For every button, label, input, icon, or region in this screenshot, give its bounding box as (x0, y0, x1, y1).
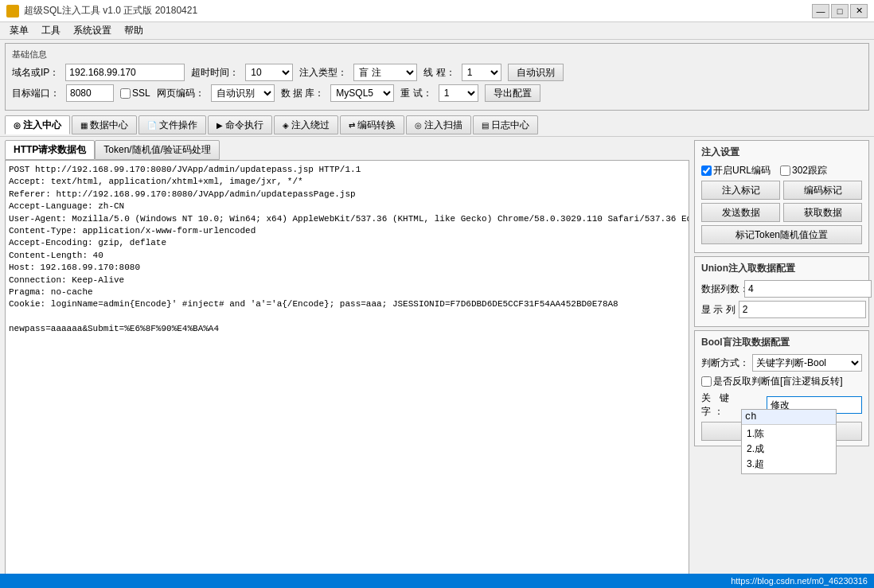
title-bar-controls: — □ ✕ (812, 4, 868, 18)
redirect-checkbox-label[interactable]: 302跟踪 (780, 164, 827, 177)
info-row-1: 域名或IP： 超时时间： 10 注入类型： 盲 注 线 程： 1 自动识别 (12, 64, 862, 81)
bool-config-title: Bool盲注取数据配置 (701, 336, 862, 349)
url-encode-checkbox[interactable] (701, 165, 712, 176)
menu-item-1[interactable]: 工具 (35, 22, 67, 39)
judge-method-select[interactable]: 关键字判断-Bool 状态码判断 响应长度判断 (752, 354, 862, 372)
autocomplete-items: 1.陈 2.成 3.超 (742, 425, 836, 473)
url-encode-row: 开启URL编码 302跟踪 (701, 164, 862, 177)
tab-inject-scan[interactable]: ◎ 注入扫描 (406, 115, 471, 134)
tab-encode-convert[interactable]: ⇄ 编码转换 (340, 115, 404, 134)
autocomplete-item-0[interactable]: 1.陈 (745, 426, 833, 442)
display-col-row: 显 示 列 (701, 301, 862, 318)
bool-config-section: Bool盲注取数据配置 判断方式： 关键字判断-Bool 状态码判断 响应长度判… (694, 330, 869, 446)
data-cols-label: 数据列数： (701, 282, 741, 296)
menu-item-2[interactable]: 系统设置 (67, 22, 118, 39)
inject-settings-title: 注入设置 (701, 146, 862, 159)
display-col-input[interactable] (739, 301, 866, 318)
thread-label: 线 程： (423, 66, 455, 80)
menu-item-3[interactable]: 帮助 (118, 22, 150, 39)
title-bar-left: 超级SQL注入工具 v1.0 正式版 20180421 (6, 4, 197, 18)
judge-method-label: 判断方式： (701, 356, 749, 370)
port-input[interactable] (66, 84, 114, 102)
title-bar: 超级SQL注入工具 v1.0 正式版 20180421 — □ ✕ (0, 0, 874, 22)
inject-mark-row: 注入标记 编码标记 (701, 181, 862, 200)
menu-item-0[interactable]: 菜单 (3, 22, 35, 39)
data-cols-row: 数据列数： (701, 280, 862, 298)
invert-judge-checkbox-label[interactable]: 是否反取判断值[盲注逻辑反转] (701, 375, 843, 388)
auto-detect-button[interactable]: 自动识别 (508, 64, 564, 81)
panel-tabs: HTTP请求数据包 Token/随机值/验证码处理 (5, 140, 689, 160)
export-config-button[interactable]: 导出配置 (485, 84, 540, 102)
retry-select[interactable]: 1 (439, 84, 478, 102)
close-button[interactable]: ✕ (850, 4, 868, 18)
keyword-row: 关 键 字： ch 1.陈 2.成 3.超 (701, 391, 862, 419)
port-label: 目标端口： (12, 87, 60, 100)
autocomplete-dropdown: ch 1.陈 2.成 3.超 (741, 409, 837, 474)
send-fetch-row: 发送数据 获取数据 (701, 203, 862, 222)
http-packet-tab[interactable]: HTTP请求数据包 (5, 140, 95, 160)
fetch-data-button[interactable]: 获取数据 (783, 203, 862, 222)
domain-input[interactable] (65, 64, 185, 81)
domain-label: 域名或IP： (12, 66, 59, 80)
inject-center-icon: ◎ (14, 121, 21, 130)
inject-type-label: 注入类型： (299, 66, 347, 80)
timeout-select[interactable]: 10 (245, 64, 293, 81)
tab-inject-bypass[interactable]: ◈ 注入绕过 (274, 115, 338, 134)
encoding-select[interactable]: 自动识别 (211, 84, 275, 102)
timeout-label: 超时时间： (191, 66, 239, 80)
autocomplete-input: ch (742, 410, 836, 425)
invert-judge-row: 是否反取判断值[盲注逻辑反转] (701, 375, 862, 388)
encoding-label: 网页编码： (157, 87, 205, 100)
ssl-checkbox[interactable] (120, 88, 131, 99)
union-config-title: Union注入取数据配置 (701, 262, 862, 275)
url-encode-checkbox-label[interactable]: 开启URL编码 (701, 164, 771, 177)
inject-mark-button[interactable]: 注入标记 (701, 181, 780, 200)
data-center-icon: ▦ (80, 121, 88, 130)
log-center-icon: ▤ (482, 121, 489, 130)
basic-info-section: 基础信息 域名或IP： 超时时间： 10 注入类型： 盲 注 线 程： 1 自动… (5, 43, 869, 111)
tab-file-ops[interactable]: 📄 文件操作 (139, 115, 206, 134)
http-textarea[interactable]: POST http://192.168.99.170:8080/JVApp/ad… (5, 160, 689, 588)
tab-log-center[interactable]: ▤ 日志中心 (473, 115, 538, 134)
judge-method-row: 判断方式： 关键字判断-Bool 状态码判断 响应长度判断 (701, 354, 862, 372)
token-tab[interactable]: Token/随机值/验证码处理 (95, 140, 220, 160)
status-bar: https://blog.csdn.net/m0_46230316 (0, 574, 874, 588)
inject-bypass-icon: ◈ (283, 121, 289, 130)
autocomplete-item-1[interactable]: 2.成 (745, 442, 833, 457)
database-select[interactable]: MySQL5 (330, 84, 394, 102)
right-panel: 注入设置 开启URL编码 302跟踪 注入标记 编码标记 发送数据 获取数据 标… (694, 140, 869, 588)
menu-bar: 菜单 工具 系统设置 帮助 (0, 22, 874, 40)
maximize-button[interactable]: □ (831, 4, 849, 18)
inject-scan-icon: ◎ (415, 121, 422, 130)
tab-cmd-exec[interactable]: ▶ 命令执行 (208, 115, 272, 134)
redirect-checkbox[interactable] (780, 165, 790, 176)
thread-select[interactable]: 1 (462, 64, 501, 81)
encode-mark-button[interactable]: 编码标记 (783, 181, 862, 200)
tab-data-center[interactable]: ▦ 数据中心 (72, 115, 137, 134)
union-config-section: Union注入取数据配置 数据列数： 显 示 列 (694, 256, 869, 327)
left-panel: HTTP请求数据包 Token/随机值/验证码处理 POST http://19… (5, 140, 689, 588)
data-cols-input[interactable] (744, 280, 872, 298)
display-col-label: 显 示 列 (701, 303, 735, 317)
title-bar-title: 超级SQL注入工具 v1.0 正式版 20180421 (24, 4, 197, 18)
minimize-button[interactable]: — (812, 4, 829, 18)
basic-info-title: 基础信息 (12, 49, 862, 60)
database-label: 数 据 库： (281, 87, 325, 100)
cmd-exec-icon: ▶ (217, 121, 223, 130)
status-url: https://blog.csdn.net/m0_46230316 (731, 576, 868, 586)
retry-label: 重 试： (400, 87, 431, 100)
tab-inject-center[interactable]: ◎ 注入中心 (5, 115, 70, 134)
main-content: HTTP请求数据包 Token/随机值/验证码处理 POST http://19… (0, 137, 874, 588)
tab-bar: ◎ 注入中心 ▦ 数据中心 📄 文件操作 ▶ 命令执行 ◈ 注入绕过 ⇄ 编码转… (0, 114, 874, 137)
app-icon (6, 5, 19, 18)
token-mark-button[interactable]: 标记Token随机值位置 (701, 225, 862, 244)
info-row-2: 目标端口： SSL 网页编码： 自动识别 数 据 库： MySQL5 重 试： … (12, 84, 862, 102)
file-ops-icon: 📄 (147, 121, 157, 130)
inject-type-select[interactable]: 盲 注 (353, 64, 417, 81)
ssl-checkbox-label[interactable]: SSL (120, 88, 150, 99)
inject-settings-section: 注入设置 开启URL编码 302跟踪 注入标记 编码标记 发送数据 获取数据 标… (694, 140, 869, 253)
send-data-button[interactable]: 发送数据 (701, 203, 780, 222)
autocomplete-item-2[interactable]: 3.超 (745, 457, 833, 472)
encode-convert-icon: ⇄ (349, 121, 355, 130)
invert-judge-checkbox[interactable] (701, 376, 712, 387)
